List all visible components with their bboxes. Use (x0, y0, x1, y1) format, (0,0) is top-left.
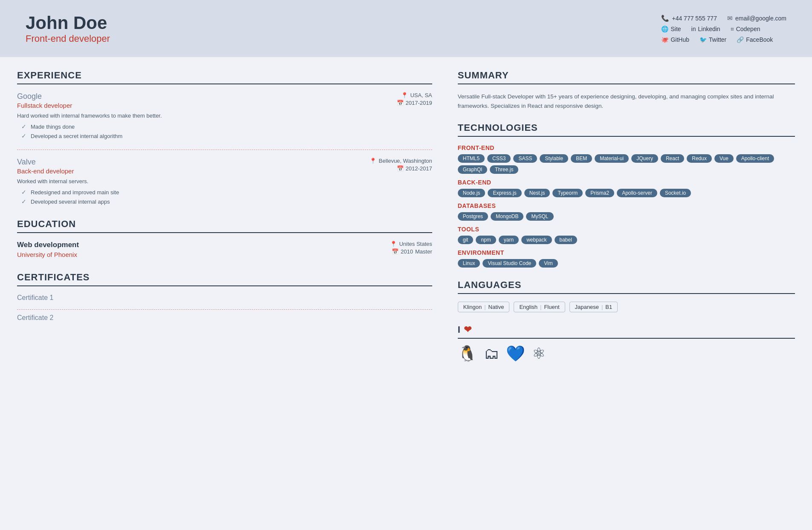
tech-environment-tags: LinuxVisual Studio CodeVim (458, 259, 795, 268)
job-valve-meta: 📍 Bellevue, Washington 📅 2012-2017 (370, 158, 432, 173)
tech-tag: GraphQl (458, 165, 487, 174)
contact-phone-email: 📞 +44 777 555 777 ✉ email@google.com (661, 14, 786, 22)
header-identity: John Doe Front-end developer (26, 13, 110, 44)
tech-backend: BACK-END Node.jsExpress.jsNest.jsTypeorm… (458, 179, 795, 197)
loves-section: I ❤ 🐧🗂💙⚛ (458, 324, 795, 363)
love-icon: 🐧 (458, 345, 477, 363)
facebook-link[interactable]: 🔗 FaceBook (737, 36, 773, 43)
job-valve-company: Valve (17, 158, 74, 167)
certificate-1: Certificate 1 (17, 294, 432, 305)
job-valve-left: Valve Back-end developer (17, 158, 74, 178)
certificate-2: Certificate 2 (17, 314, 432, 325)
calendar-icon: 📅 (397, 100, 404, 106)
linkedin-icon: in (691, 26, 696, 32)
tech-environment: ENVIRONMENT LinuxVisual Studio CodeVim (458, 249, 795, 268)
certificates-section: CERTIFICATES Certificate 1 Certificate 2 (17, 272, 432, 325)
tech-tag: Typeorm (552, 189, 583, 197)
tech-tag: Node.js (458, 189, 485, 197)
love-icon: 💙 (506, 345, 525, 363)
lang-name: Klingon (463, 304, 482, 310)
tech-tag: Linux (458, 259, 480, 268)
check-icon: ✓ (21, 132, 26, 139)
tech-frontend-tags: HTML5CSS3SASSStylableBEMMaterial-uiJQuer… (458, 154, 795, 174)
loves-i-label: I (458, 324, 460, 335)
tech-tag: babel (555, 236, 577, 244)
calendar-icon: 📅 (392, 248, 399, 255)
tech-tag: Stylable (540, 154, 568, 163)
left-column: EXPERIENCE Google Fullstack developer 📍 … (17, 70, 445, 370)
job-google-location: USA, SA (410, 92, 432, 98)
tech-tag: JQuery (631, 154, 658, 163)
linkedin-link[interactable]: in Linkedin (691, 26, 720, 32)
languages-section: LANGUAGES Klingon|NativeEnglish|FluentJa… (458, 279, 795, 312)
header-contact: 📞 +44 777 555 777 ✉ email@google.com 🌐 S… (661, 14, 786, 43)
tech-databases-tags: PostgresMongoDBMySQL (458, 212, 795, 221)
tech-frontend-label: FRONT-END (458, 144, 795, 151)
job-valve-desc: Worked with internal servers. (17, 178, 432, 184)
tech-tools-tags: gitnpmyarnwebpackbabel (458, 236, 795, 244)
tech-tag: Vim (539, 259, 558, 268)
calendar-icon: 📅 (397, 165, 404, 172)
edu-location: Unites States (399, 241, 432, 247)
education-left: Web development University of Phoenix (17, 241, 79, 258)
tech-tools-label: TOOLS (458, 226, 795, 233)
twitter-link[interactable]: 🐦 Twitter (699, 36, 726, 43)
tech-tag: git (458, 236, 474, 244)
github-link[interactable]: 🐙 GitHub (661, 36, 689, 43)
tech-tag: Apollo-client (736, 154, 774, 163)
lang-separator: | (484, 304, 485, 310)
education-section: EDUCATION Web development University of … (17, 219, 432, 258)
tech-tag: Apollo-server (617, 189, 657, 197)
codepen-link[interactable]: ⌗ Codepen (731, 26, 760, 33)
job-valve-bullet-1: ✓ Developed several internal apps (17, 198, 432, 205)
edu-degree: Web development (17, 241, 79, 249)
lang-name: Japanese (575, 304, 599, 310)
education-block: Web development University of Phoenix 📍 … (17, 241, 432, 258)
love-icon: ⚛ (532, 345, 546, 363)
tech-tag: Material-ui (595, 154, 629, 163)
location-icon: 📍 (370, 158, 376, 164)
edu-year: 2010 (401, 248, 413, 255)
language-item: Klingon|Native (458, 302, 510, 312)
tech-tag: Postgres (458, 212, 488, 221)
check-icon: ✓ (21, 123, 26, 130)
site-link[interactable]: 🌐 Site (661, 26, 681, 32)
main-content: EXPERIENCE Google Fullstack developer 📍 … (0, 57, 812, 383)
email-icon: ✉ (727, 14, 733, 22)
location-icon: 📍 (390, 241, 397, 247)
language-item: English|Fluent (514, 302, 565, 312)
facebook-icon: 🔗 (737, 36, 744, 43)
job-title: Front-end developer (26, 33, 110, 44)
job-google-company: Google (17, 92, 72, 101)
tech-tag: Express.js (488, 189, 521, 197)
bullet-text: Made things done (31, 124, 75, 130)
tech-tag: Socket.io (660, 189, 691, 197)
technologies-title: TECHNOLOGIES (458, 122, 795, 137)
tech-tag: MySQL (526, 212, 553, 221)
lang-level: Fluent (544, 304, 559, 310)
languages-title: LANGUAGES (458, 279, 795, 294)
job-google: Google Fullstack developer 📍 USA, SA 📅 2… (17, 92, 432, 139)
tech-tag: BEM (571, 154, 592, 163)
job-valve: Valve Back-end developer 📍 Bellevue, Was… (17, 158, 432, 205)
experience-title: EXPERIENCE (17, 70, 432, 84)
tech-tag: Redux (687, 154, 712, 163)
job-google-role: Fullstack developer (17, 102, 72, 109)
job-google-desc: Hard worked with internal frameworks to … (17, 112, 432, 119)
tech-tag: Vue (714, 154, 734, 163)
tech-tag: CSS3 (487, 154, 511, 163)
tech-frontend: FRONT-END HTML5CSS3SASSStylableBEMMateri… (458, 144, 795, 174)
tech-tag: Three.js (490, 165, 518, 174)
phone-number: +44 777 555 777 (672, 15, 717, 22)
lang-separator: | (601, 304, 603, 310)
love-icon: 🗂 (484, 345, 499, 363)
job-google-header: Google Fullstack developer 📍 USA, SA 📅 2… (17, 92, 432, 112)
lang-separator: | (540, 304, 541, 310)
experience-section: EXPERIENCE Google Fullstack developer 📍 … (17, 70, 432, 205)
tech-tag: yarn (499, 236, 519, 244)
job-valve-location: Bellevue, Washington (379, 158, 432, 164)
job-valve-header: Valve Back-end developer 📍 Bellevue, Was… (17, 158, 432, 178)
links-row-2: 🐙 GitHub 🐦 Twitter 🔗 FaceBook (661, 36, 786, 43)
bullet-text: Developed several internal apps (31, 199, 110, 205)
tech-backend-label: BACK-END (458, 179, 795, 186)
